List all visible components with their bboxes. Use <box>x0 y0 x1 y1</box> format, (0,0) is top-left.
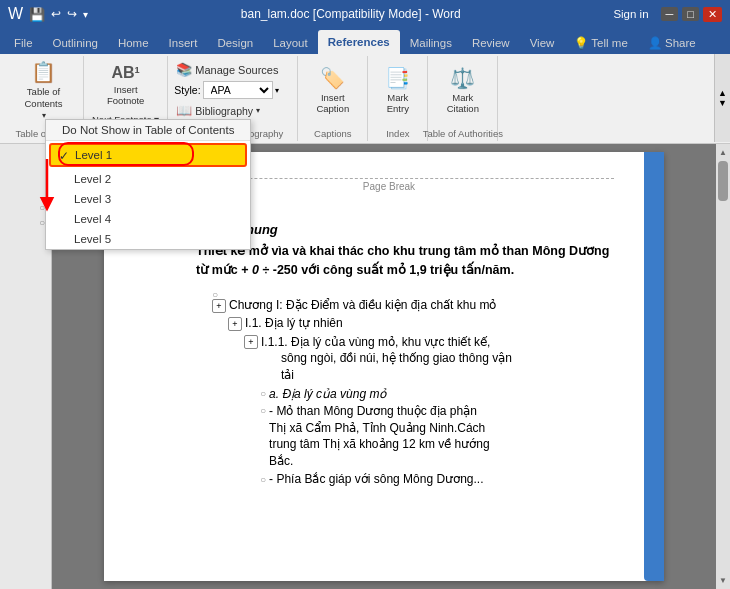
mark-citation-button[interactable]: ⚖️ MarkCitation <box>435 58 490 122</box>
level1-check: ✓ <box>59 149 69 163</box>
save-icon[interactable]: 💾 <box>29 7 45 22</box>
footnote-icon: AB¹ <box>111 64 139 82</box>
tab-tell-me[interactable]: 💡 Tell me <box>564 32 637 54</box>
chapter1-title: Chương I: Đặc Điểm và điều kiện địa chất… <box>229 298 496 312</box>
chapter1-expand[interactable]: + <box>212 299 226 313</box>
ribbon: 📋 Table ofContents ▾ Table of Co... AB¹ … <box>0 54 730 144</box>
manage-sources-button[interactable]: 📚 Manage Sources <box>172 60 293 79</box>
toc-dropdown-menu: Do Not Show in Table of Contents ✓ Level… <box>45 119 251 250</box>
main-title-row: Thiết kế mở vìa và khai thác cho khu tru… <box>196 242 614 280</box>
i11-expand[interactable]: + <box>244 335 258 349</box>
tab-design[interactable]: Design <box>207 32 263 54</box>
bold-title: Thiết kế mở vìa và khai thác cho khu tru… <box>196 244 609 277</box>
tab-file[interactable]: File <box>4 32 43 54</box>
scroll-thumb[interactable] <box>718 161 728 201</box>
tab-home[interactable]: Home <box>108 32 159 54</box>
scroll-down-arrow[interactable]: ▼ <box>717 574 729 587</box>
bibliography-button[interactable]: 📖 Bibliography ▾ <box>172 101 293 120</box>
dropdown-header: Do Not Show in Table of Contents <box>46 120 250 141</box>
tab-share[interactable]: 👤 Share <box>638 32 706 54</box>
bibliography-dropdown-arrow[interactable]: ▾ <box>256 106 260 115</box>
i1-row: + I.1. Địa lý tự nhiên <box>228 316 614 331</box>
style-dropdown-icon[interactable]: ▾ <box>275 86 279 95</box>
mo-than-row: ○ - Mỏ than Mông Dương thuộc địa phậnThị… <box>260 403 614 470</box>
group-captions: 🏷️ InsertCaption Captions <box>298 56 368 141</box>
word-icon: W <box>8 5 23 23</box>
phia-bac-text: - Phía Bắc giáp với sông Mông Dương... <box>269 472 483 486</box>
redo-icon[interactable]: ↪ <box>67 7 77 21</box>
undo-icon[interactable]: ↩ <box>51 7 61 21</box>
table-of-contents-button[interactable]: 📋 Table ofContents ▾ <box>18 58 68 122</box>
tab-mailings[interactable]: Mailings <box>400 32 462 54</box>
dropdown-level2[interactable]: Level 2 <box>46 169 250 189</box>
ribbon-tabs: File Outlining Home Insert Design Layout… <box>0 28 730 54</box>
i1-title: I.1. Địa lý tự nhiên <box>245 316 343 330</box>
tab-layout[interactable]: Layout <box>263 32 318 54</box>
dropdown-level4[interactable]: Level 4 <box>46 209 250 229</box>
mark-entry-button[interactable]: 📑 MarkEntry <box>373 58 423 122</box>
restore-button[interactable]: □ <box>682 7 699 21</box>
tab-review[interactable]: Review <box>462 32 520 54</box>
i1-expand[interactable]: + <box>228 317 242 331</box>
style-row: Style: APA MLA Chicago ▾ <box>174 81 293 99</box>
title-bar-left: W 💾 ↩ ↪ ▾ <box>8 5 88 23</box>
table-of-contents-icon: 📋 <box>31 60 56 84</box>
manage-sources-icon: 📚 <box>176 62 192 77</box>
insert-caption-button[interactable]: 🏷️ InsertCaption <box>305 58 360 122</box>
close-button[interactable]: ✕ <box>703 7 722 22</box>
mo-than-text: - Mỏ than Mông Dương thuộc địa phậnThị x… <box>269 403 490 470</box>
dropdown-level3[interactable]: Level 3 <box>46 189 250 209</box>
group-index: 📑 MarkEntry Index <box>368 56 428 141</box>
mark-citation-icon: ⚖️ <box>450 66 475 90</box>
sign-in-button[interactable]: Sign in <box>613 8 648 20</box>
scroll-right-icon: ▲▼ <box>718 88 727 108</box>
ribbon-scroll-right[interactable]: ▲▼ <box>714 54 730 142</box>
i11-title: I.1.1. Địa lý của vùng mỏ, khu vực thiết… <box>261 334 512 384</box>
style-select[interactable]: APA MLA Chicago <box>203 81 273 99</box>
vertical-scrollbar[interactable]: ▲ ▼ <box>716 144 730 589</box>
mark-entry-icon: 📑 <box>385 66 410 90</box>
tab-outlining[interactable]: Outlining <box>43 32 108 54</box>
blue-sidebar[interactable] <box>644 152 664 581</box>
scroll-up-arrow[interactable]: ▲ <box>717 146 729 159</box>
phia-bac-row: ○ - Phía Bắc giáp với sông Mông Dương... <box>260 472 614 486</box>
tab-view[interactable]: View <box>520 32 565 54</box>
group-index-label: Index <box>386 128 409 139</box>
title-bar-right: Sign in ─ □ ✕ <box>613 7 722 22</box>
tab-references[interactable]: References <box>318 30 400 54</box>
dropdown-level5[interactable]: Level 5 <box>46 229 250 249</box>
dropdown-menu-content: Do Not Show in Table of Contents ✓ Level… <box>45 119 251 250</box>
tab-insert[interactable]: Insert <box>159 32 208 54</box>
dropdown-level1[interactable]: ✓ Level 1 <box>49 143 247 167</box>
group-authorities-label: Table of Authorities <box>423 128 503 139</box>
group-table-authorities: ⚖️ MarkCitation Table of Authorities <box>428 56 498 141</box>
title-bar: W 💾 ↩ ↪ ▾ ban_lam.doc [Compatibility Mod… <box>0 0 730 28</box>
empty-bullet: ○ <box>212 286 614 298</box>
bibliography-icon: 📖 <box>176 103 192 118</box>
a-section-title: a. Địa lý của vùng mỏ <box>269 387 386 401</box>
i11-row: + I.1.1. Địa lý của vùng mỏ, khu vực thi… <box>244 334 614 384</box>
group-captions-label: Captions <box>314 128 352 139</box>
chapter1-row: + Chương I: Đặc Điểm và điều kiện địa ch… <box>212 298 614 313</box>
minimize-button[interactable]: ─ <box>661 7 679 21</box>
insert-footnote-button[interactable]: AB¹ InsertFootnote <box>101 60 151 110</box>
caption-icon: 🏷️ <box>320 66 345 90</box>
a-section-row: ○ a. Địa lý của vùng mỏ <box>260 387 614 401</box>
document-title: ban_lam.doc [Compatibility Mode] - Word <box>88 7 613 21</box>
